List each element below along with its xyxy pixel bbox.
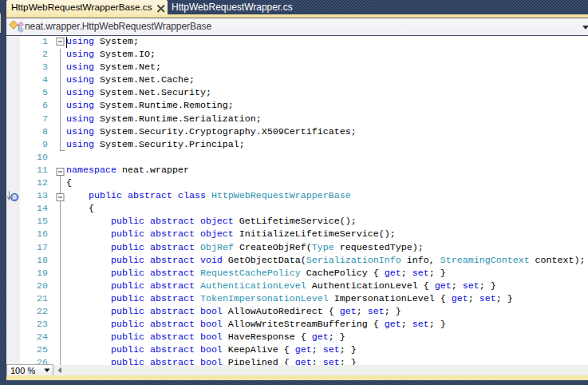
svg-text:0: 0 <box>13 194 16 200</box>
